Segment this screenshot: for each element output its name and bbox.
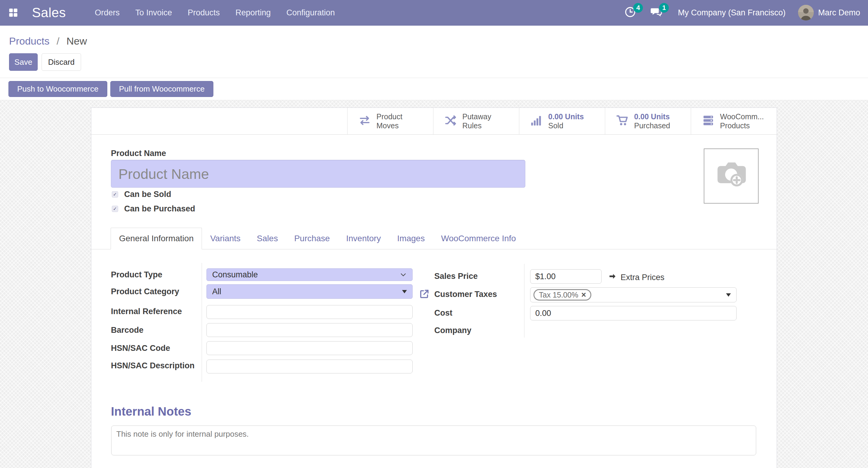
barcode-label: Barcode <box>111 325 200 335</box>
message-count-badge: 1 <box>659 3 669 13</box>
can-be-purchased-row: ✓ Can be Purchased <box>112 204 195 213</box>
control-panel: Products / New Save Discard <box>0 26 868 78</box>
stat-line1: Putaway <box>462 112 491 121</box>
activities-button[interactable]: 4 <box>624 6 638 19</box>
content-background: ProductMoves PutawayRules 0.00 UnitsSold <box>0 100 868 468</box>
menu-to-invoice[interactable]: To Invoice <box>135 8 172 18</box>
tab-general-information[interactable]: General Information <box>111 228 202 249</box>
tag-remove-icon[interactable]: × <box>581 290 586 300</box>
product-name-input[interactable] <box>111 160 525 188</box>
stat-value: 0.00 Units <box>634 112 670 121</box>
form-actions: Save Discard <box>9 53 81 71</box>
form-sheet: ProductMoves PutawayRules 0.00 UnitsSold <box>91 107 777 468</box>
company-switcher[interactable]: My Company (San Francisco) <box>678 8 785 18</box>
stat-line2: Rules <box>462 121 482 130</box>
apps-grid-icon[interactable] <box>8 7 19 18</box>
systray: 4 1 My Company (San Francisco) Marc Demo <box>624 5 860 21</box>
woocommerce-action-bar: Push to Woocommerce Pull from Woocommerc… <box>0 78 868 100</box>
stat-line2: Moves <box>376 121 399 130</box>
internal-reference-input[interactable] <box>207 305 412 319</box>
top-navbar: Sales Orders To Invoice Products Reporti… <box>0 0 868 26</box>
menu-reporting[interactable]: Reporting <box>236 8 271 18</box>
discard-button[interactable]: Discard <box>41 53 81 71</box>
check-icon: ✓ <box>113 206 117 212</box>
customer-taxes-field[interactable]: Tax 15.00% × <box>530 287 737 302</box>
extra-prices-link[interactable]: Extra Prices <box>609 272 664 282</box>
user-name: Marc Demo <box>818 8 860 18</box>
breadcrumb-products[interactable]: Products <box>9 35 50 47</box>
tab-inventory[interactable]: Inventory <box>338 228 389 249</box>
menu-orders[interactable]: Orders <box>95 8 120 18</box>
avatar <box>798 5 814 21</box>
notebook-tabs: General Information Variants Sales Purch… <box>91 228 777 249</box>
tax-tag-label: Tax 15.00% <box>539 291 578 299</box>
company-label: Company <box>434 326 522 335</box>
product-type-value: Consumable <box>212 270 258 279</box>
odoo-screen: Sales Orders To Invoice Products Reporti… <box>0 0 868 468</box>
product-category-select[interactable]: All <box>207 284 412 299</box>
chevron-down-icon <box>400 271 407 278</box>
hsn-sac-description-input[interactable] <box>207 360 412 373</box>
tab-woocommerce-info[interactable]: WooCommerce Info <box>433 228 524 249</box>
arrow-right-icon <box>609 272 617 282</box>
caret-down-icon <box>402 290 407 293</box>
product-type-label: Product Type <box>111 270 200 280</box>
can-be-purchased-label: Can be Purchased <box>124 204 195 213</box>
stat-product-moves[interactable]: ProductMoves <box>347 108 433 134</box>
can-be-sold-row: ✓ Can be Sold <box>112 190 171 199</box>
tab-purchase[interactable]: Purchase <box>286 228 338 249</box>
user-menu[interactable]: Marc Demo <box>798 5 860 21</box>
tax-tag: Tax 15.00% × <box>533 289 591 301</box>
barcode-input[interactable] <box>207 323 412 337</box>
sales-price-input[interactable] <box>530 269 601 284</box>
tab-variants[interactable]: Variants <box>202 228 249 249</box>
stat-units-sold[interactable]: 0.00 UnitsSold <box>519 108 605 134</box>
shuffle-icon <box>444 114 457 128</box>
breadcrumb-separator: / <box>57 35 59 47</box>
app-name[interactable]: Sales <box>32 5 66 20</box>
sales-price-label: Sales Price <box>434 271 522 281</box>
camera-plus-icon <box>713 160 749 193</box>
transfer-arrows-icon <box>358 114 371 128</box>
shopping-cart-icon <box>616 114 629 128</box>
stat-line2: Products <box>720 121 750 130</box>
customer-taxes-label: Customer Taxes <box>434 290 522 299</box>
can-be-sold-checkbox[interactable]: ✓ <box>112 191 118 198</box>
cost-input[interactable] <box>530 306 737 321</box>
tab-sales[interactable]: Sales <box>249 228 286 249</box>
extra-prices-label: Extra Prices <box>621 273 664 282</box>
external-link-icon[interactable] <box>419 289 430 299</box>
menu-products[interactable]: Products <box>188 8 220 18</box>
bar-chart-icon <box>530 114 543 128</box>
hsn-sac-code-label: HSN/SAC Code <box>111 343 200 353</box>
product-image-uploader[interactable] <box>704 148 758 204</box>
stat-units-purchased[interactable]: 0.00 UnitsPurchased <box>605 108 691 134</box>
breadcrumb: Products / New <box>9 35 87 47</box>
breadcrumb-new: New <box>67 35 87 47</box>
stat-line1: WooComm... <box>720 112 764 121</box>
caret-down-icon[interactable] <box>726 293 731 297</box>
stat-button-row: ProductMoves PutawayRules 0.00 UnitsSold <box>91 108 777 135</box>
internal-notes-title: Internal Notes <box>111 405 191 418</box>
hsn-sac-code-input[interactable] <box>207 341 412 355</box>
server-stack-icon <box>702 114 715 128</box>
push-to-woocommerce-button[interactable]: Push to Woocommerce <box>8 81 107 97</box>
internal-notes-textarea[interactable] <box>111 426 756 455</box>
stat-woocommerce-products[interactable]: WooComm...Products <box>691 108 777 134</box>
internal-reference-label: Internal Reference <box>111 307 200 316</box>
save-button[interactable]: Save <box>9 53 38 71</box>
stat-line1: Product <box>376 112 402 121</box>
cost-label: Cost <box>434 308 522 318</box>
stat-putaway-rules[interactable]: PutawayRules <box>433 108 519 134</box>
menu-configuration[interactable]: Configuration <box>286 8 335 18</box>
check-icon: ✓ <box>113 192 117 197</box>
pull-from-woocommerce-button[interactable]: Pull from Woocommerce <box>110 81 213 97</box>
product-type-select[interactable]: Consumable <box>207 268 412 281</box>
can-be-purchased-checkbox[interactable]: ✓ <box>112 206 118 212</box>
can-be-sold-label: Can be Sold <box>124 190 171 199</box>
left-group-separator <box>202 263 202 382</box>
product-category-label: Product Category <box>111 287 200 297</box>
messages-button[interactable]: 1 <box>650 6 663 19</box>
tab-images[interactable]: Images <box>389 228 433 249</box>
stat-value: 0.00 Units <box>548 112 584 121</box>
